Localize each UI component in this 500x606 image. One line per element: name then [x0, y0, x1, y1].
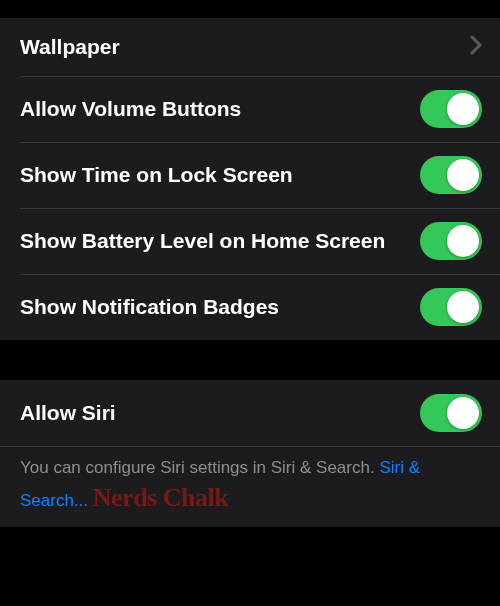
- show-notification-badges-label: Show Notification Badges: [20, 294, 291, 320]
- show-battery-level-label: Show Battery Level on Home Screen: [20, 228, 397, 254]
- watermark: Nerds Chalk: [93, 483, 228, 512]
- allow-volume-buttons-label: Allow Volume Buttons: [20, 96, 253, 122]
- toggle-knob: [447, 93, 479, 125]
- show-time-lock-screen-toggle[interactable]: [420, 156, 482, 194]
- toggle-knob: [447, 397, 479, 429]
- siri-footer: You can configure Siri settings in Siri …: [0, 446, 500, 527]
- allow-siri-toggle[interactable]: [420, 394, 482, 432]
- show-notification-badges-row: Show Notification Badges: [0, 274, 500, 340]
- show-battery-level-toggle[interactable]: [420, 222, 482, 260]
- toggle-knob: [447, 225, 479, 257]
- allow-volume-buttons-toggle[interactable]: [420, 90, 482, 128]
- section-gap: [0, 340, 500, 380]
- chevron-right-icon: [470, 35, 482, 59]
- allow-siri-row: Allow Siri: [0, 380, 500, 446]
- show-battery-level-row: Show Battery Level on Home Screen: [0, 208, 500, 274]
- wallpaper-row[interactable]: Wallpaper: [0, 18, 500, 76]
- settings-section-1: Wallpaper Allow Volume Buttons Show Time…: [0, 18, 500, 340]
- show-notification-badges-toggle[interactable]: [420, 288, 482, 326]
- settings-section-2: Allow Siri You can configure Siri settin…: [0, 380, 500, 527]
- toggle-knob: [447, 159, 479, 191]
- allow-siri-label: Allow Siri: [20, 400, 128, 426]
- toggle-knob: [447, 291, 479, 323]
- allow-volume-buttons-row: Allow Volume Buttons: [0, 76, 500, 142]
- show-time-lock-screen-row: Show Time on Lock Screen: [0, 142, 500, 208]
- siri-footer-text: You can configure Siri settings in Siri …: [20, 458, 379, 477]
- wallpaper-label: Wallpaper: [20, 34, 132, 60]
- show-time-lock-screen-label: Show Time on Lock Screen: [20, 162, 305, 188]
